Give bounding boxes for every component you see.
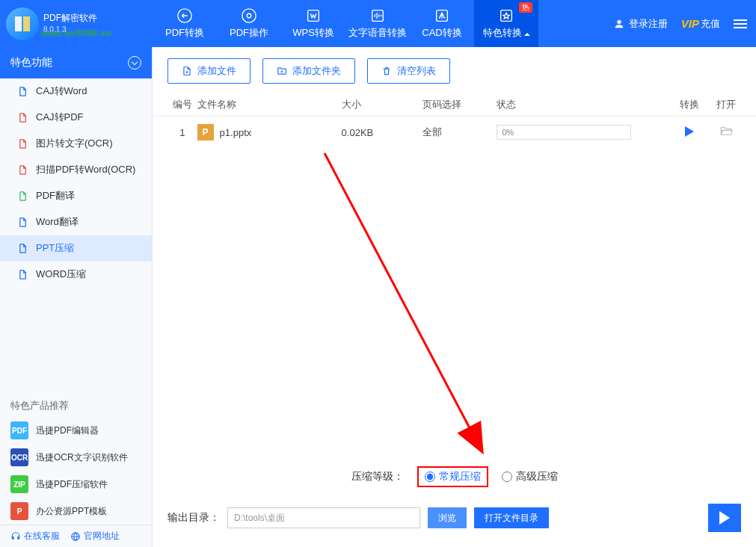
promo-item-3[interactable]: P办公资源PPT模板	[0, 498, 152, 525]
svg-line-9	[325, 153, 482, 451]
svg-point-1	[242, 9, 256, 22]
tab-feature-convert[interactable]: 热 特色转换	[474, 0, 538, 47]
col-name: 文件名称	[197, 98, 342, 111]
output-row: 输出目录： 浏览 打开文件目录	[168, 504, 741, 532]
cell-size: 0.02KB	[342, 127, 423, 138]
cell-name: P p1.pptx	[197, 124, 342, 140]
compress-normal-radio[interactable]	[425, 472, 435, 482]
col-size: 大小	[342, 98, 423, 111]
star-icon	[498, 7, 514, 24]
logo-area: PDF解密软件 8.0.1.3 www.pc0359.cn	[0, 7, 153, 40]
tab-pdf-operate[interactable]: PDF操作	[217, 0, 281, 47]
table-header: 编号 文件名称 大小 页码选择 状态 转换 打开	[153, 93, 756, 117]
doc-icon	[16, 190, 28, 202]
browse-button[interactable]: 浏览	[428, 507, 467, 528]
sidebar-item-7[interactable]: WORD压缩	[0, 262, 152, 288]
sidebar-heading[interactable]: 特色功能	[0, 47, 152, 78]
svg-point-7	[617, 19, 621, 23]
doc-icon	[16, 137, 28, 149]
compress-advanced-option[interactable]: 高级压缩	[502, 470, 558, 483]
header-tabs: PDF转换 PDF操作 WPS转换 文字语音转换 CAD转换 热 特色转换	[153, 0, 538, 47]
bottom-links: 在线客服 官网地址	[0, 525, 152, 547]
table-row: 1 P p1.pptx 0.02KB 全部 0%	[153, 117, 756, 148]
compress-advanced-radio[interactable]	[502, 472, 512, 482]
promo-item-0[interactable]: PDF迅捷PDF编辑器	[0, 417, 152, 444]
app-title: PDF解密软件	[43, 13, 97, 24]
chevron-down-icon	[128, 56, 141, 69]
doc-icon	[16, 85, 28, 97]
doc-icon	[16, 268, 28, 280]
cell-status: 0%	[497, 125, 667, 140]
add-folder-button[interactable]: 添加文件夹	[262, 58, 355, 84]
header-right: 登录注册 VIP充值	[613, 17, 756, 31]
compress-label: 压缩等级：	[351, 470, 404, 483]
globe-icon	[70, 531, 81, 542]
col-status: 状态	[497, 98, 667, 111]
official-site[interactable]: 官网地址	[70, 530, 120, 543]
promo-icon: P	[10, 502, 28, 520]
col-open: 打开	[711, 98, 741, 111]
promo-heading: 特色产品推荐	[0, 392, 152, 417]
cell-page[interactable]: 全部	[422, 126, 497, 139]
play-icon	[719, 511, 730, 525]
arrow-up-icon	[524, 33, 530, 36]
tab-wps-convert[interactable]: WPS转换	[281, 0, 345, 47]
progress-bar: 0%	[497, 125, 631, 140]
sidebar-item-2[interactable]: 图片转文字(OCR)	[0, 131, 152, 157]
watermark-text: www.pc0359.cn	[41, 28, 112, 37]
clear-list-button[interactable]: 清空列表	[367, 58, 450, 84]
hot-badge: 热	[519, 2, 532, 13]
sidebar-item-3[interactable]: 扫描PDF转Word(OCR)	[0, 157, 152, 183]
compress-normal-option[interactable]: 常规压缩	[417, 466, 488, 487]
login-register[interactable]: 登录注册	[613, 17, 668, 31]
sidebar-item-0[interactable]: CAJ转Word	[0, 78, 152, 105]
sidebar-item-1[interactable]: CAJ转PDF	[0, 105, 152, 131]
doc-icon	[16, 242, 28, 254]
compress-level-row: 压缩等级： 常规压缩 高级压缩	[153, 466, 756, 487]
gear-icon	[241, 7, 257, 24]
sidebar-item-4[interactable]: PDF翻译	[0, 183, 152, 209]
sidebar: 特色功能 CAJ转WordCAJ转PDF图片转文字(OCR)扫描PDF转Word…	[0, 47, 153, 547]
file-toolbar: 添加文件 添加文件夹 清空列表	[153, 47, 756, 93]
promo-icon: PDF	[10, 421, 28, 439]
sidebar-item-6[interactable]: PPT压缩	[0, 235, 152, 262]
promo-item-2[interactable]: ZIP迅捷PDF压缩软件	[0, 471, 152, 498]
trash-icon	[381, 66, 392, 76]
open-output-folder-button[interactable]: 打开文件目录	[474, 507, 549, 528]
ppt-file-icon: P	[197, 124, 214, 140]
promo-icon: ZIP	[10, 475, 28, 493]
sidebar-item-5[interactable]: Word翻译	[0, 209, 152, 235]
user-icon	[613, 18, 625, 30]
doc-icon	[16, 164, 28, 176]
open-folder-icon[interactable]	[719, 127, 733, 140]
app-header: PDF解密软件 8.0.1.3 www.pc0359.cn PDF转换 PDF操…	[0, 0, 756, 47]
col-num: 编号	[168, 98, 197, 111]
folder-plus-icon	[277, 66, 287, 76]
convert-play-icon[interactable]	[685, 126, 694, 137]
app-logo-icon	[6, 7, 39, 40]
tab-cad-convert[interactable]: CAD转换	[410, 0, 474, 47]
add-file-button[interactable]: 添加文件	[168, 58, 251, 84]
vip-recharge[interactable]: VIP充值	[681, 17, 720, 31]
convert-icon	[176, 7, 193, 24]
cell-convert	[667, 126, 711, 139]
start-convert-button[interactable]	[708, 504, 741, 532]
svg-point-2	[247, 13, 251, 18]
tab-text-voice[interactable]: 文字语音转换	[345, 0, 410, 47]
promo-section: 特色产品推荐 PDF迅捷PDF编辑器OCR迅捷OCR文字识别软件ZIP迅捷PDF…	[0, 392, 152, 547]
col-conv: 转换	[667, 98, 711, 111]
voice-icon	[369, 7, 386, 24]
sidebar-list: CAJ转WordCAJ转PDF图片转文字(OCR)扫描PDF转Word(OCR)…	[0, 78, 152, 288]
promo-item-1[interactable]: OCR迅捷OCR文字识别软件	[0, 444, 152, 471]
online-service[interactable]: 在线客服	[10, 530, 60, 543]
cell-num: 1	[168, 127, 197, 138]
headset-icon	[10, 531, 21, 542]
col-page: 页码选择	[422, 98, 497, 111]
output-label: 输出目录：	[168, 511, 220, 525]
menu-icon[interactable]	[734, 19, 747, 28]
wps-icon	[305, 7, 322, 24]
file-plus-icon	[182, 66, 192, 76]
tab-pdf-convert[interactable]: PDF转换	[153, 0, 217, 47]
output-path-input[interactable]	[227, 507, 420, 528]
cell-open	[711, 124, 741, 140]
